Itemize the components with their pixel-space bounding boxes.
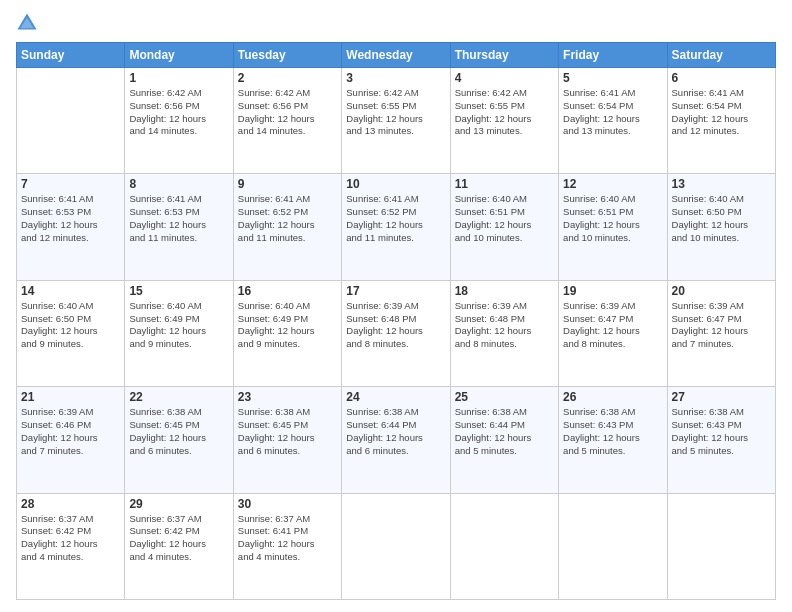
day-number: 20 [672, 284, 771, 298]
day-number: 13 [672, 177, 771, 191]
page: SundayMondayTuesdayWednesdayThursdayFrid… [0, 0, 792, 612]
day-number: 2 [238, 71, 337, 85]
day-cell: 2Sunrise: 6:42 AMSunset: 6:56 PMDaylight… [233, 68, 341, 174]
day-info: Sunrise: 6:42 AMSunset: 6:56 PMDaylight:… [129, 87, 228, 138]
day-info: Sunrise: 6:39 AMSunset: 6:48 PMDaylight:… [455, 300, 554, 351]
day-info: Sunrise: 6:42 AMSunset: 6:55 PMDaylight:… [346, 87, 445, 138]
day-number: 8 [129, 177, 228, 191]
day-number: 26 [563, 390, 662, 404]
week-row-1: 7Sunrise: 6:41 AMSunset: 6:53 PMDaylight… [17, 174, 776, 280]
day-cell: 15Sunrise: 6:40 AMSunset: 6:49 PMDayligh… [125, 280, 233, 386]
day-cell: 19Sunrise: 6:39 AMSunset: 6:47 PMDayligh… [559, 280, 667, 386]
day-cell: 29Sunrise: 6:37 AMSunset: 6:42 PMDayligh… [125, 493, 233, 599]
day-number: 27 [672, 390, 771, 404]
day-cell: 17Sunrise: 6:39 AMSunset: 6:48 PMDayligh… [342, 280, 450, 386]
day-info: Sunrise: 6:41 AMSunset: 6:52 PMDaylight:… [238, 193, 337, 244]
day-info: Sunrise: 6:37 AMSunset: 6:42 PMDaylight:… [21, 513, 120, 564]
day-cell: 5Sunrise: 6:41 AMSunset: 6:54 PMDaylight… [559, 68, 667, 174]
day-number: 24 [346, 390, 445, 404]
day-number: 4 [455, 71, 554, 85]
day-cell: 13Sunrise: 6:40 AMSunset: 6:50 PMDayligh… [667, 174, 775, 280]
day-cell [450, 493, 558, 599]
day-number: 12 [563, 177, 662, 191]
day-number: 18 [455, 284, 554, 298]
day-cell: 18Sunrise: 6:39 AMSunset: 6:48 PMDayligh… [450, 280, 558, 386]
day-info: Sunrise: 6:38 AMSunset: 6:43 PMDaylight:… [563, 406, 662, 457]
week-row-0: 1Sunrise: 6:42 AMSunset: 6:56 PMDaylight… [17, 68, 776, 174]
day-info: Sunrise: 6:39 AMSunset: 6:48 PMDaylight:… [346, 300, 445, 351]
day-info: Sunrise: 6:42 AMSunset: 6:55 PMDaylight:… [455, 87, 554, 138]
day-cell: 12Sunrise: 6:40 AMSunset: 6:51 PMDayligh… [559, 174, 667, 280]
day-number: 11 [455, 177, 554, 191]
header [16, 12, 776, 34]
day-number: 23 [238, 390, 337, 404]
day-info: Sunrise: 6:38 AMSunset: 6:44 PMDaylight:… [455, 406, 554, 457]
day-info: Sunrise: 6:40 AMSunset: 6:51 PMDaylight:… [455, 193, 554, 244]
day-number: 25 [455, 390, 554, 404]
day-cell: 7Sunrise: 6:41 AMSunset: 6:53 PMDaylight… [17, 174, 125, 280]
header-cell-friday: Friday [559, 43, 667, 68]
day-cell: 27Sunrise: 6:38 AMSunset: 6:43 PMDayligh… [667, 387, 775, 493]
day-info: Sunrise: 6:37 AMSunset: 6:42 PMDaylight:… [129, 513, 228, 564]
day-cell [17, 68, 125, 174]
day-number: 17 [346, 284, 445, 298]
day-info: Sunrise: 6:38 AMSunset: 6:45 PMDaylight:… [238, 406, 337, 457]
day-number: 22 [129, 390, 228, 404]
day-info: Sunrise: 6:38 AMSunset: 6:44 PMDaylight:… [346, 406, 445, 457]
day-cell: 26Sunrise: 6:38 AMSunset: 6:43 PMDayligh… [559, 387, 667, 493]
day-info: Sunrise: 6:39 AMSunset: 6:46 PMDaylight:… [21, 406, 120, 457]
day-number: 7 [21, 177, 120, 191]
day-info: Sunrise: 6:39 AMSunset: 6:47 PMDaylight:… [672, 300, 771, 351]
day-info: Sunrise: 6:40 AMSunset: 6:50 PMDaylight:… [21, 300, 120, 351]
day-number: 19 [563, 284, 662, 298]
day-info: Sunrise: 6:40 AMSunset: 6:50 PMDaylight:… [672, 193, 771, 244]
day-cell: 6Sunrise: 6:41 AMSunset: 6:54 PMDaylight… [667, 68, 775, 174]
day-cell: 28Sunrise: 6:37 AMSunset: 6:42 PMDayligh… [17, 493, 125, 599]
day-info: Sunrise: 6:41 AMSunset: 6:53 PMDaylight:… [21, 193, 120, 244]
day-cell [667, 493, 775, 599]
calendar-body: 1Sunrise: 6:42 AMSunset: 6:56 PMDaylight… [17, 68, 776, 600]
day-info: Sunrise: 6:41 AMSunset: 6:54 PMDaylight:… [563, 87, 662, 138]
day-cell: 23Sunrise: 6:38 AMSunset: 6:45 PMDayligh… [233, 387, 341, 493]
header-cell-thursday: Thursday [450, 43, 558, 68]
day-cell: 24Sunrise: 6:38 AMSunset: 6:44 PMDayligh… [342, 387, 450, 493]
day-cell: 14Sunrise: 6:40 AMSunset: 6:50 PMDayligh… [17, 280, 125, 386]
header-row: SundayMondayTuesdayWednesdayThursdayFrid… [17, 43, 776, 68]
day-info: Sunrise: 6:39 AMSunset: 6:47 PMDaylight:… [563, 300, 662, 351]
week-row-3: 21Sunrise: 6:39 AMSunset: 6:46 PMDayligh… [17, 387, 776, 493]
day-info: Sunrise: 6:40 AMSunset: 6:49 PMDaylight:… [129, 300, 228, 351]
day-cell: 21Sunrise: 6:39 AMSunset: 6:46 PMDayligh… [17, 387, 125, 493]
day-cell: 30Sunrise: 6:37 AMSunset: 6:41 PMDayligh… [233, 493, 341, 599]
day-info: Sunrise: 6:38 AMSunset: 6:45 PMDaylight:… [129, 406, 228, 457]
header-cell-saturday: Saturday [667, 43, 775, 68]
header-cell-sunday: Sunday [17, 43, 125, 68]
day-cell: 1Sunrise: 6:42 AMSunset: 6:56 PMDaylight… [125, 68, 233, 174]
day-number: 1 [129, 71, 228, 85]
day-cell: 20Sunrise: 6:39 AMSunset: 6:47 PMDayligh… [667, 280, 775, 386]
day-cell: 16Sunrise: 6:40 AMSunset: 6:49 PMDayligh… [233, 280, 341, 386]
week-row-2: 14Sunrise: 6:40 AMSunset: 6:50 PMDayligh… [17, 280, 776, 386]
calendar-table: SundayMondayTuesdayWednesdayThursdayFrid… [16, 42, 776, 600]
week-row-4: 28Sunrise: 6:37 AMSunset: 6:42 PMDayligh… [17, 493, 776, 599]
day-number: 29 [129, 497, 228, 511]
day-number: 30 [238, 497, 337, 511]
day-number: 5 [563, 71, 662, 85]
day-info: Sunrise: 6:42 AMSunset: 6:56 PMDaylight:… [238, 87, 337, 138]
day-number: 21 [21, 390, 120, 404]
day-info: Sunrise: 6:40 AMSunset: 6:51 PMDaylight:… [563, 193, 662, 244]
day-cell: 3Sunrise: 6:42 AMSunset: 6:55 PMDaylight… [342, 68, 450, 174]
header-cell-wednesday: Wednesday [342, 43, 450, 68]
day-cell: 8Sunrise: 6:41 AMSunset: 6:53 PMDaylight… [125, 174, 233, 280]
day-cell: 25Sunrise: 6:38 AMSunset: 6:44 PMDayligh… [450, 387, 558, 493]
header-cell-tuesday: Tuesday [233, 43, 341, 68]
day-info: Sunrise: 6:40 AMSunset: 6:49 PMDaylight:… [238, 300, 337, 351]
day-info: Sunrise: 6:38 AMSunset: 6:43 PMDaylight:… [672, 406, 771, 457]
day-number: 28 [21, 497, 120, 511]
day-cell [342, 493, 450, 599]
day-number: 15 [129, 284, 228, 298]
day-number: 14 [21, 284, 120, 298]
logo [16, 12, 42, 34]
day-info: Sunrise: 6:41 AMSunset: 6:52 PMDaylight:… [346, 193, 445, 244]
day-info: Sunrise: 6:41 AMSunset: 6:53 PMDaylight:… [129, 193, 228, 244]
day-cell [559, 493, 667, 599]
